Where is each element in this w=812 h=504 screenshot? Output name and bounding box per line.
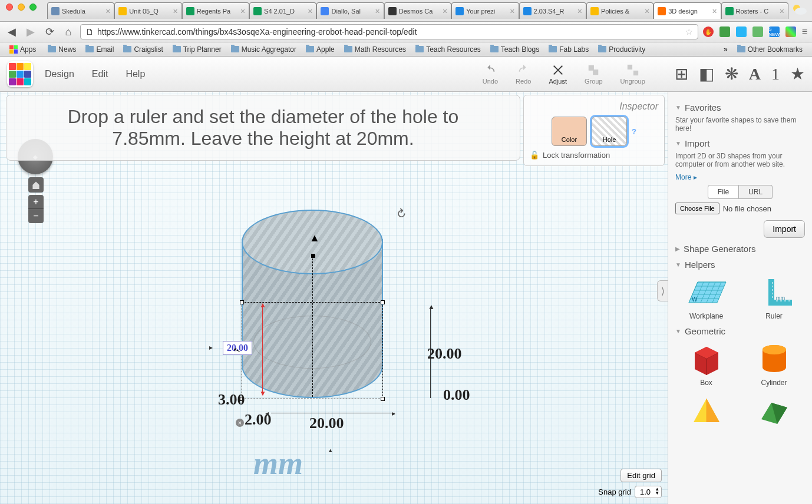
shape-box[interactable]: Box <box>675 341 737 387</box>
window-close[interactable] <box>6 4 13 11</box>
section-helpers[interactable]: ▼Helpers <box>675 260 805 270</box>
zoom-in-button[interactable]: + <box>28 195 44 209</box>
section-geometric[interactable]: ▼Geometric <box>675 326 805 336</box>
redo-button[interactable]: Redo <box>516 64 531 85</box>
browser-tab[interactable]: Your prezi× <box>451 2 519 19</box>
zoom-out-button[interactable]: − <box>28 209 44 223</box>
browser-tab[interactable]: Policies &× <box>586 2 653 19</box>
helper-ruler[interactable]: mm Ruler <box>743 274 805 320</box>
rotate-handle[interactable]: ↻ <box>393 205 410 222</box>
bookmark-item[interactable]: Music Aggregator <box>226 44 301 55</box>
close-icon[interactable]: × <box>510 6 514 16</box>
import-tab-url[interactable]: URL <box>739 185 773 199</box>
dimension-width[interactable]: 20.00 <box>309 415 344 432</box>
browser-tab[interactable]: Regents Pa× <box>182 2 249 19</box>
lock-label[interactable]: Lock transformation <box>543 151 610 160</box>
tinkercad-logo[interactable] <box>7 61 33 87</box>
bookmark-item[interactable]: Teach Resources <box>411 44 486 55</box>
bookmark-item[interactable]: Apple <box>301 44 339 55</box>
bookmark-item[interactable]: Trip Planner <box>168 44 226 55</box>
group-button[interactable]: Group <box>585 64 603 85</box>
dimension-base[interactable]: 0.00 <box>443 386 470 404</box>
close-icon[interactable]: × <box>443 6 447 16</box>
url-field[interactable]: 🗋 https://www.tinkercad.com/things/bx4s3… <box>80 24 698 39</box>
helper-workplane[interactable]: W Workplane <box>675 274 737 320</box>
extension-icon[interactable] <box>785 26 796 37</box>
section-generators[interactable]: ▶Shape Generators <box>675 244 805 254</box>
snap-grid-select[interactable]: 1.0▴▾ <box>635 486 662 498</box>
browser-tab[interactable]: Diallo, Sal× <box>316 2 384 19</box>
evernote-icon[interactable] <box>752 26 763 37</box>
browser-tab[interactable]: 2.03.S4_R× <box>519 2 586 19</box>
bookmark-item[interactable]: Email <box>81 44 118 55</box>
window-zoom[interactable] <box>29 4 37 11</box>
close-icon[interactable]: × <box>173 6 178 16</box>
back-button[interactable]: ◀ <box>5 25 19 39</box>
move-handle[interactable]: ▲ <box>309 232 320 244</box>
height-handle[interactable] <box>311 254 315 258</box>
hole-swatch[interactable]: Hole <box>592 117 627 146</box>
star-icon[interactable]: ☆ <box>685 27 693 37</box>
home-view-button[interactable] <box>28 177 44 193</box>
inspector-help[interactable]: ? <box>632 127 636 136</box>
browser-tab[interactable]: S4 2.01_D× <box>249 2 316 19</box>
bookmark-item[interactable]: Craigslist <box>118 44 167 55</box>
bookmark-item[interactable]: Math Resources <box>339 44 411 55</box>
undo-button[interactable]: Undo <box>483 64 498 85</box>
bookmarks-overflow[interactable]: » <box>724 45 728 54</box>
close-icon[interactable]: × <box>375 6 380 16</box>
choose-file-button[interactable]: Choose File <box>675 203 719 214</box>
window-minimize[interactable] <box>18 4 25 11</box>
close-icon[interactable]: × <box>308 6 312 16</box>
edit-grid-button[interactable]: Edit grid <box>620 469 662 482</box>
close-icon[interactable]: × <box>105 6 110 16</box>
bookmark-item[interactable]: Productivity <box>593 44 650 55</box>
bookmark-item[interactable]: Fab Labs <box>544 44 593 55</box>
shape-cylinder[interactable]: Cylinder <box>743 341 805 387</box>
close-icon[interactable]: × <box>712 6 717 16</box>
adblock-icon[interactable]: ✋ <box>703 26 714 37</box>
import-more-link[interactable]: More ▸ <box>675 173 805 181</box>
extension-icon[interactable] <box>736 26 747 37</box>
dimension-height[interactable]: 20.00 <box>427 345 462 363</box>
number-tool-icon[interactable]: 1 <box>771 65 780 84</box>
close-icon[interactable]: × <box>577 6 582 16</box>
star-tool-icon[interactable]: ★ <box>790 64 805 84</box>
home-button[interactable]: ⌂ <box>61 25 75 39</box>
browser-tab[interactable]: Unit 05_Q× <box>114 2 181 19</box>
section-favorites[interactable]: ▼Favorites <box>675 102 805 112</box>
adjust-button[interactable]: Adjust <box>549 64 567 85</box>
forward-button[interactable]: ▶ <box>24 25 38 39</box>
menu-design[interactable]: Design <box>45 69 74 79</box>
menu-help[interactable]: Help <box>126 69 145 79</box>
menu-edit[interactable]: Edit <box>92 69 108 79</box>
close-icon[interactable]: × <box>645 6 649 16</box>
browser-tab[interactable]: Rosters - C× <box>721 2 788 19</box>
browser-tab[interactable]: 3D design× <box>653 2 721 19</box>
color-swatch[interactable]: Color <box>552 117 587 146</box>
extension-icon[interactable] <box>719 26 730 37</box>
grid-view-icon[interactable]: ⊞ <box>675 64 688 84</box>
section-import[interactable]: ▼Import <box>675 138 805 148</box>
canvas[interactable]: Drop a ruler and set the diameter of the… <box>0 92 668 504</box>
text-tool-icon[interactable]: A <box>749 65 761 84</box>
ungroup-button[interactable]: Ungroup <box>620 64 645 85</box>
dimension-left[interactable]: 3.00 <box>218 391 245 409</box>
apps-button[interactable]: Apps <box>5 44 41 55</box>
sidebar-toggle[interactable]: ⟩ <box>657 280 668 301</box>
bookmark-item[interactable]: News <box>43 44 81 55</box>
reload-button[interactable]: ⟳ <box>42 25 57 39</box>
settings-icon[interactable]: ❋ <box>725 64 738 84</box>
shape-roof[interactable] <box>743 393 805 428</box>
other-bookmarks[interactable]: Other Bookmarks <box>732 44 807 55</box>
ruler-origin-close[interactable]: × <box>236 419 244 427</box>
import-tab-file[interactable]: File <box>708 185 739 199</box>
import-button[interactable]: Import <box>764 220 805 238</box>
bookmark-item[interactable]: Teach Blogs <box>486 44 544 55</box>
shape-pyramid[interactable] <box>675 393 737 428</box>
lock-icon[interactable]: 🔓 <box>530 151 539 160</box>
browser-tab[interactable]: Skedula× <box>47 2 114 19</box>
close-icon[interactable]: × <box>780 6 784 16</box>
extension-icon[interactable]: SNEW <box>769 26 780 37</box>
chrome-menu[interactable]: ≡ <box>802 26 807 37</box>
